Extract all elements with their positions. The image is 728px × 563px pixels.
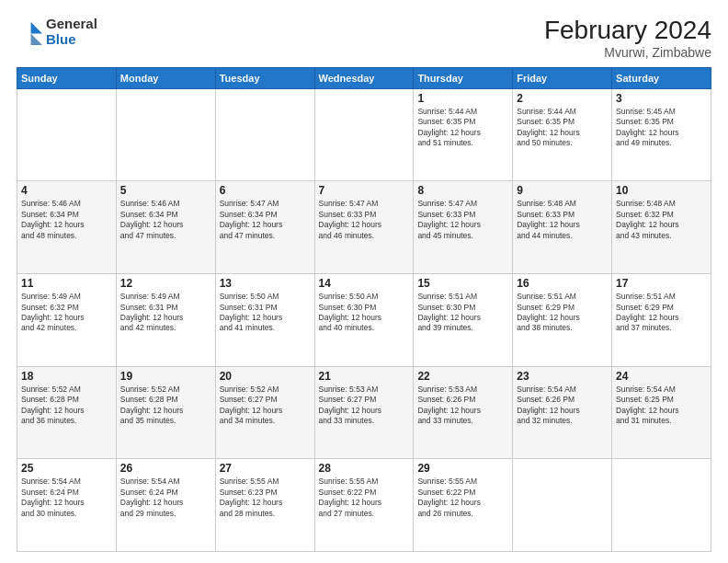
table-row [314,88,414,181]
header: General Blue February 2024 Mvurwi, Zimba… [17,17,711,60]
table-row: 15Sunrise: 5:51 AMSunset: 6:30 PMDayligh… [414,274,513,367]
day-info: Sunrise: 5:51 AMSunset: 6:30 PMDaylight:… [417,292,508,334]
table-row: 21Sunrise: 5:53 AMSunset: 6:27 PMDayligh… [314,366,414,459]
day-number: 16 [517,277,608,290]
day-number: 25 [21,462,112,475]
day-info: Sunrise: 5:49 AMSunset: 6:31 PMDaylight:… [120,292,211,334]
table-row: 20Sunrise: 5:52 AMSunset: 6:27 PMDayligh… [215,366,314,459]
calendar-week-1: 1Sunrise: 5:44 AMSunset: 6:35 PMDaylight… [17,88,711,181]
header-thursday: Thursday [414,67,513,88]
day-number: 8 [417,184,508,197]
day-number: 3 [616,92,707,105]
table-row: 10Sunrise: 5:48 AMSunset: 6:32 PMDayligh… [612,181,711,274]
calendar: Sunday Monday Tuesday Wednesday Thursday… [17,67,711,552]
day-info: Sunrise: 5:55 AMSunset: 6:22 PMDaylight:… [319,477,410,519]
day-number: 1 [417,92,508,105]
day-info: Sunrise: 5:53 AMSunset: 6:27 PMDaylight:… [319,385,410,427]
calendar-week-3: 11Sunrise: 5:49 AMSunset: 6:32 PMDayligh… [17,274,711,367]
day-info: Sunrise: 5:54 AMSunset: 6:24 PMDaylight:… [21,477,112,519]
table-row [513,459,612,552]
table-row [17,88,117,181]
table-row: 17Sunrise: 5:51 AMSunset: 6:29 PMDayligh… [612,274,711,367]
table-row: 11Sunrise: 5:49 AMSunset: 6:32 PMDayligh… [17,274,117,367]
day-info: Sunrise: 5:44 AMSunset: 6:35 PMDaylight:… [517,107,608,149]
table-row: 25Sunrise: 5:54 AMSunset: 6:24 PMDayligh… [17,459,117,552]
day-number: 19 [120,370,211,383]
logo-text: General Blue [46,17,97,47]
day-number: 26 [120,462,211,475]
table-row: 26Sunrise: 5:54 AMSunset: 6:24 PMDayligh… [116,459,215,552]
calendar-header-row: Sunday Monday Tuesday Wednesday Thursday… [17,67,711,88]
day-number: 17 [616,277,707,290]
day-info: Sunrise: 5:50 AMSunset: 6:30 PMDaylight:… [319,292,410,334]
day-info: Sunrise: 5:52 AMSunset: 6:28 PMDaylight:… [120,385,211,427]
header-friday: Friday [513,67,612,88]
day-info: Sunrise: 5:54 AMSunset: 6:26 PMDaylight:… [517,385,608,427]
day-info: Sunrise: 5:52 AMSunset: 6:28 PMDaylight:… [21,385,112,427]
day-info: Sunrise: 5:46 AMSunset: 6:34 PMDaylight:… [21,199,112,241]
day-number: 24 [616,370,707,383]
table-row: 23Sunrise: 5:54 AMSunset: 6:26 PMDayligh… [513,366,612,459]
table-row [215,88,314,181]
table-row: 29Sunrise: 5:55 AMSunset: 6:22 PMDayligh… [414,459,513,552]
header-sunday: Sunday [17,67,117,88]
table-row: 2Sunrise: 5:44 AMSunset: 6:35 PMDaylight… [513,88,612,181]
day-info: Sunrise: 5:50 AMSunset: 6:31 PMDaylight:… [220,292,311,334]
day-info: Sunrise: 5:45 AMSunset: 6:35 PMDaylight:… [616,107,707,149]
table-row: 6Sunrise: 5:47 AMSunset: 6:34 PMDaylight… [215,181,314,274]
table-row: 12Sunrise: 5:49 AMSunset: 6:31 PMDayligh… [116,274,215,367]
table-row: 5Sunrise: 5:46 AMSunset: 6:34 PMDaylight… [116,181,215,274]
day-info: Sunrise: 5:48 AMSunset: 6:32 PMDaylight:… [616,199,707,241]
day-number: 12 [120,277,211,290]
subtitle: Mvurwi, Zimbabwe [544,45,711,60]
day-number: 7 [319,184,410,197]
title-block: February 2024 Mvurwi, Zimbabwe [544,17,711,60]
table-row: 27Sunrise: 5:55 AMSunset: 6:23 PMDayligh… [215,459,314,552]
table-row [116,88,215,181]
day-info: Sunrise: 5:47 AMSunset: 6:34 PMDaylight:… [220,199,311,241]
table-row: 16Sunrise: 5:51 AMSunset: 6:29 PMDayligh… [513,274,612,367]
day-number: 4 [21,184,112,197]
table-row: 19Sunrise: 5:52 AMSunset: 6:28 PMDayligh… [116,366,215,459]
logo-blue: Blue [46,31,76,47]
header-tuesday: Tuesday [215,67,314,88]
day-info: Sunrise: 5:47 AMSunset: 6:33 PMDaylight:… [417,199,508,241]
day-number: 15 [417,277,508,290]
day-number: 13 [220,277,311,290]
header-saturday: Saturday [612,67,711,88]
table-row: 4Sunrise: 5:46 AMSunset: 6:34 PMDaylight… [17,181,117,274]
day-info: Sunrise: 5:55 AMSunset: 6:23 PMDaylight:… [220,477,311,519]
table-row: 8Sunrise: 5:47 AMSunset: 6:33 PMDaylight… [414,181,513,274]
day-number: 28 [319,462,410,475]
day-info: Sunrise: 5:47 AMSunset: 6:33 PMDaylight:… [319,199,410,241]
main-title: February 2024 [544,17,711,45]
day-number: 14 [319,277,410,290]
table-row: 22Sunrise: 5:53 AMSunset: 6:26 PMDayligh… [414,366,513,459]
table-row: 24Sunrise: 5:54 AMSunset: 6:25 PMDayligh… [612,366,711,459]
logo-icon [17,19,42,45]
table-row: 28Sunrise: 5:55 AMSunset: 6:22 PMDayligh… [314,459,414,552]
calendar-week-4: 18Sunrise: 5:52 AMSunset: 6:28 PMDayligh… [17,366,711,459]
svg-marker-0 [31,22,42,33]
svg-marker-1 [31,33,42,44]
page: General Blue February 2024 Mvurwi, Zimba… [0,0,728,563]
calendar-week-5: 25Sunrise: 5:54 AMSunset: 6:24 PMDayligh… [17,459,711,552]
day-number: 5 [120,184,211,197]
day-info: Sunrise: 5:52 AMSunset: 6:27 PMDaylight:… [220,385,311,427]
table-row: 7Sunrise: 5:47 AMSunset: 6:33 PMDaylight… [314,181,414,274]
table-row: 18Sunrise: 5:52 AMSunset: 6:28 PMDayligh… [17,366,117,459]
day-number: 29 [417,462,508,475]
day-number: 21 [319,370,410,383]
day-info: Sunrise: 5:54 AMSunset: 6:24 PMDaylight:… [120,477,211,519]
day-number: 27 [220,462,311,475]
day-info: Sunrise: 5:51 AMSunset: 6:29 PMDaylight:… [517,292,608,334]
day-info: Sunrise: 5:49 AMSunset: 6:32 PMDaylight:… [21,292,112,334]
day-number: 11 [21,277,112,290]
logo-general: General [46,16,97,31]
table-row [612,459,711,552]
day-info: Sunrise: 5:54 AMSunset: 6:25 PMDaylight:… [616,385,707,427]
day-number: 2 [517,92,608,105]
day-number: 18 [21,370,112,383]
calendar-week-2: 4Sunrise: 5:46 AMSunset: 6:34 PMDaylight… [17,181,711,274]
day-number: 20 [220,370,311,383]
